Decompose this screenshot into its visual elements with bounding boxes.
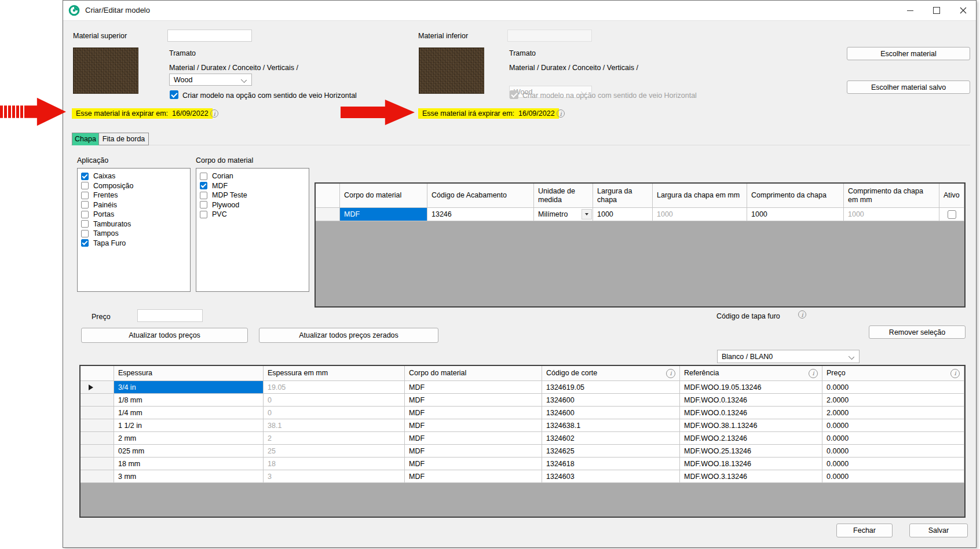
info-icon[interactable]: i (950, 369, 960, 378)
list-item[interactable]: PVC (196, 210, 309, 219)
column-header[interactable]: Espessura em mm (264, 366, 405, 381)
cell-codigo-corte[interactable]: 1324619.05 (542, 381, 680, 394)
cell-codigo-corte[interactable]: 1324600 (542, 407, 680, 419)
info-icon[interactable]: i (210, 109, 218, 118)
cell-corpo[interactable]: MDF (405, 394, 542, 407)
row-selector[interactable] (81, 432, 114, 445)
cell-unidade-combobox[interactable]: Milímetro (534, 208, 593, 221)
combo-dropdown-button[interactable] (582, 209, 592, 219)
atualizar-todos-precos-button[interactable]: Atualizar todos preços (81, 328, 248, 343)
info-icon[interactable]: i (798, 310, 806, 319)
table-row[interactable]: 3 mm 3 MDF 1324603 MDF.WOO.3.13246 0.000… (81, 470, 964, 483)
cell-referencia[interactable]: MDF.WOO.19.05.13246 (680, 381, 822, 394)
info-icon[interactable]: i (666, 369, 675, 378)
column-header[interactable]: Comprimento da chapa em mm (844, 184, 939, 208)
cell-largura[interactable]: 1000 (593, 208, 653, 221)
cell-codigo-acabamento[interactable]: 13246 (427, 208, 534, 221)
cell-referencia[interactable]: MDF.WOO.18.13246 (680, 458, 822, 470)
list-item[interactable]: MDF (196, 181, 309, 191)
checkbox[interactable] (200, 192, 207, 199)
maximize-button[interactable] (923, 1, 950, 20)
table-row[interactable]: 2 mm 2 MDF 1324602 MDF.WOO.2.13246 0.000… (81, 432, 964, 445)
material-superior-grain-checkbox[interactable] (170, 90, 178, 99)
column-header[interactable]: Corpo do material (405, 366, 542, 381)
column-header[interactable]: Unidade de medida (534, 184, 593, 208)
salvar-button[interactable]: Salvar (909, 524, 968, 537)
cell-codigo-corte[interactable]: 1324600 (542, 394, 680, 407)
table-row[interactable]: 18 mm 18 MDF 1324618 MDF.WOO.18.13246 0.… (81, 458, 964, 470)
cell-espessura[interactable]: 025 mm (114, 445, 264, 458)
cell-codigo-corte[interactable]: 1324638.1 (542, 419, 680, 432)
escolher-material-salvo-button[interactable]: Escolher material salvo (847, 80, 970, 94)
checkbox[interactable] (200, 173, 207, 180)
row-selector[interactable] (81, 394, 114, 407)
list-item[interactable]: Tampos (78, 229, 190, 239)
list-item[interactable]: Portas (78, 210, 190, 219)
cell-preco[interactable]: 0.0000 (822, 381, 964, 394)
cell-referencia[interactable]: MDF.WOO.3.13246 (680, 470, 822, 483)
cell-espessura[interactable]: 1/4 mm (114, 407, 264, 419)
remover-selecao-button[interactable]: Remover seleção (869, 325, 966, 339)
column-header[interactable]: Preço i (822, 366, 964, 381)
cell-referencia[interactable]: MDF.WOO.2.13246 (680, 432, 822, 445)
preco-input[interactable] (137, 309, 203, 322)
row-selector[interactable] (81, 419, 114, 432)
list-item[interactable]: Corian (196, 171, 309, 181)
column-header[interactable]: Ativo (939, 184, 964, 208)
table-row[interactable]: 1/4 mm 0 MDF 1324600 MDF.WOO.0.13246 2.0… (81, 407, 964, 419)
cell-referencia[interactable]: MDF.WOO.0.13246 (680, 407, 822, 419)
atualizar-precos-zerados-button[interactable]: Atualizar todos preços zerados (259, 328, 438, 343)
row-selector[interactable] (81, 470, 114, 483)
cell-corpo[interactable]: MDF (405, 458, 542, 470)
cell-espessura[interactable]: 1/8 mm (114, 394, 264, 407)
checkbox[interactable] (81, 239, 89, 247)
checkbox[interactable] (81, 220, 89, 228)
cell-espessura[interactable]: 1 1/2 in (114, 419, 264, 432)
table-row[interactable]: 1 1/2 in 38.1 MDF 1324638.1 MDF.WOO.38.1… (81, 419, 964, 432)
column-header[interactable]: Corpo do material (340, 184, 427, 208)
close-button[interactable] (950, 1, 977, 20)
cell-espessura[interactable]: 3/4 in (114, 381, 264, 394)
checkbox[interactable] (200, 201, 207, 208)
row-selector[interactable] (81, 407, 114, 419)
fechar-button[interactable]: Fechar (836, 524, 893, 537)
row-selector[interactable] (316, 208, 340, 221)
cell-preco[interactable]: 2.0000 (822, 407, 964, 419)
cell-corpo[interactable]: MDF (405, 445, 542, 458)
checkbox[interactable] (81, 230, 89, 237)
checkbox[interactable] (200, 182, 207, 189)
column-header[interactable]: Largura da chapa em mm (653, 184, 747, 208)
checkbox[interactable] (81, 201, 89, 208)
cell-codigo-corte[interactable]: 1324603 (542, 470, 680, 483)
cell-corpo[interactable]: MDF (340, 208, 427, 221)
row-selector[interactable] (81, 445, 114, 458)
cell-corpo[interactable]: MDF (405, 381, 542, 394)
column-header[interactable]: Largura da chapa (593, 184, 653, 208)
cell-preco[interactable]: 0.0000 (822, 432, 964, 445)
material-superior-category-select[interactable]: Wood (169, 74, 252, 86)
column-header[interactable]: Comprimento da chapa (747, 184, 844, 208)
tab-chapa[interactable]: Chapa (72, 133, 99, 145)
list-item[interactable]: Frentes (78, 191, 190, 200)
cell-preco[interactable]: 0.0000 (822, 419, 964, 432)
cell-referencia[interactable]: MDF.WOO.0.13246 (680, 394, 822, 407)
column-header[interactable]: Código de Acabamento (427, 184, 534, 208)
cell-corpo[interactable]: MDF (405, 470, 542, 483)
list-item[interactable]: Caixas (78, 171, 190, 181)
list-item[interactable]: Painéis (78, 200, 190, 210)
checkbox[interactable] (81, 211, 89, 218)
cell-preco[interactable]: 2.0000 (822, 394, 964, 407)
list-item[interactable]: Plywood (196, 200, 309, 210)
info-icon[interactable]: i (809, 369, 818, 378)
cell-espessura[interactable]: 2 mm (114, 432, 264, 445)
row-selector[interactable] (81, 458, 114, 470)
cell-comprimento[interactable]: 1000 (747, 208, 844, 221)
cell-preco[interactable]: 0.0000 (822, 470, 964, 483)
column-header[interactable]: Referência i (680, 366, 822, 381)
checkbox[interactable] (81, 182, 89, 189)
checkbox[interactable] (81, 173, 89, 180)
info-icon[interactable]: i (557, 109, 565, 118)
row-selector[interactable] (81, 381, 114, 394)
cell-espessura[interactable]: 18 mm (114, 458, 264, 470)
minimize-button[interactable] (897, 1, 923, 20)
